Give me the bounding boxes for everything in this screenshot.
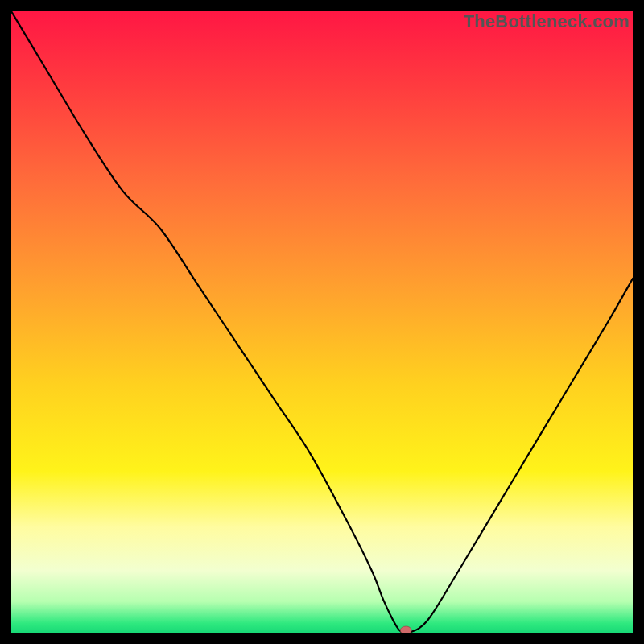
- chart-frame: TheBottleneck.com: [11, 11, 633, 633]
- watermark-text: TheBottleneck.com: [464, 11, 630, 32]
- bottleneck-chart: [11, 11, 633, 633]
- gradient-background: [11, 11, 633, 633]
- optimal-marker: [400, 626, 411, 633]
